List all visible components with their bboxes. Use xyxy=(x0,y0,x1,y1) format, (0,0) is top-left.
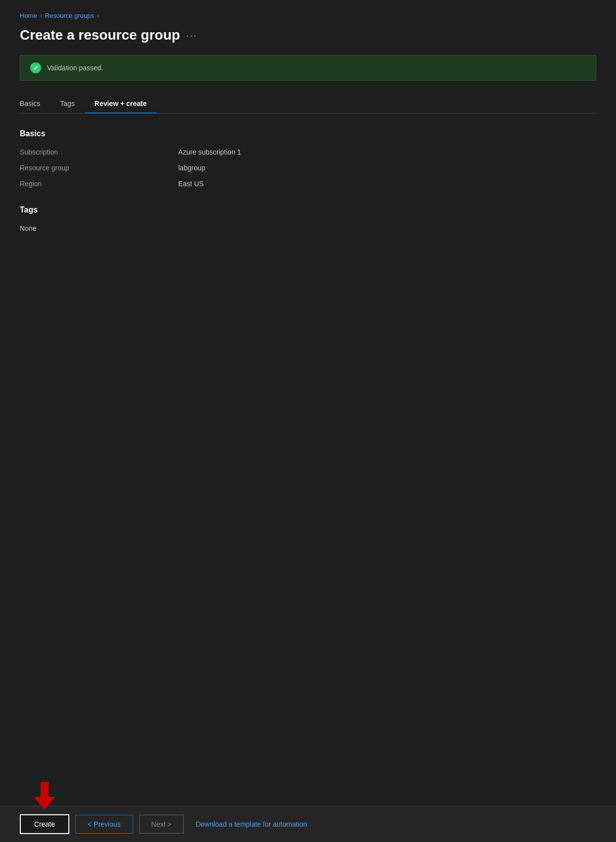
resource-group-row: Resource group labgroup xyxy=(20,162,596,174)
basics-section-title: Basics xyxy=(20,129,596,138)
region-label: Region xyxy=(20,178,178,190)
arrow-indicator: Create xyxy=(20,814,69,834)
breadcrumb-home[interactable]: Home xyxy=(20,12,37,19)
breadcrumb: Home › Resource groups › xyxy=(20,12,596,19)
region-value: East US xyxy=(178,178,204,190)
subscription-label: Subscription xyxy=(20,146,178,158)
validation-text: Validation passed. xyxy=(47,64,103,72)
page-title: Create a resource group xyxy=(20,27,180,43)
tags-section: Tags None xyxy=(20,206,596,234)
resource-group-label: Resource group xyxy=(20,162,178,174)
red-down-arrow xyxy=(34,782,55,811)
basics-section: Basics Subscription Azure subscription 1… xyxy=(20,129,596,190)
tab-tags[interactable]: Tags xyxy=(50,95,85,113)
download-template-link[interactable]: Download a template for automation xyxy=(196,820,307,828)
validation-banner: ✓ Validation passed. xyxy=(20,55,596,81)
tags-section-title: Tags xyxy=(20,206,596,214)
subscription-value: Azure subscription 1 xyxy=(178,146,241,158)
tabs-row: Basics Tags Review + create xyxy=(20,95,596,113)
create-button[interactable]: Create xyxy=(20,814,69,834)
tab-review-create[interactable]: Review + create xyxy=(85,95,156,113)
tags-none-row: None xyxy=(20,222,596,234)
next-button[interactable]: Next > xyxy=(139,815,184,834)
page-container: Home › Resource groups › Create a resour… xyxy=(0,0,616,842)
tab-basics[interactable]: Basics xyxy=(20,95,50,113)
more-options-icon[interactable]: ··· xyxy=(186,30,198,41)
svg-marker-1 xyxy=(34,797,55,809)
bottom-toolbar: Create < Previous Next > Download a temp… xyxy=(0,806,616,842)
breadcrumb-separator-1: › xyxy=(40,12,42,19)
subscription-row: Subscription Azure subscription 1 xyxy=(20,146,596,158)
validation-success-icon: ✓ xyxy=(30,62,41,73)
main-content: Home › Resource groups › Create a resour… xyxy=(0,0,616,806)
tags-none-value: None xyxy=(20,222,36,234)
region-row: Region East US xyxy=(20,178,596,190)
page-title-row: Create a resource group ··· xyxy=(20,27,596,43)
svg-rect-0 xyxy=(41,782,49,798)
resource-group-value: labgroup xyxy=(178,162,205,174)
previous-button[interactable]: < Previous xyxy=(75,815,133,834)
breadcrumb-resource-groups[interactable]: Resource groups xyxy=(45,12,94,19)
breadcrumb-separator-2: › xyxy=(97,12,99,19)
checkmark-icon: ✓ xyxy=(33,64,39,72)
